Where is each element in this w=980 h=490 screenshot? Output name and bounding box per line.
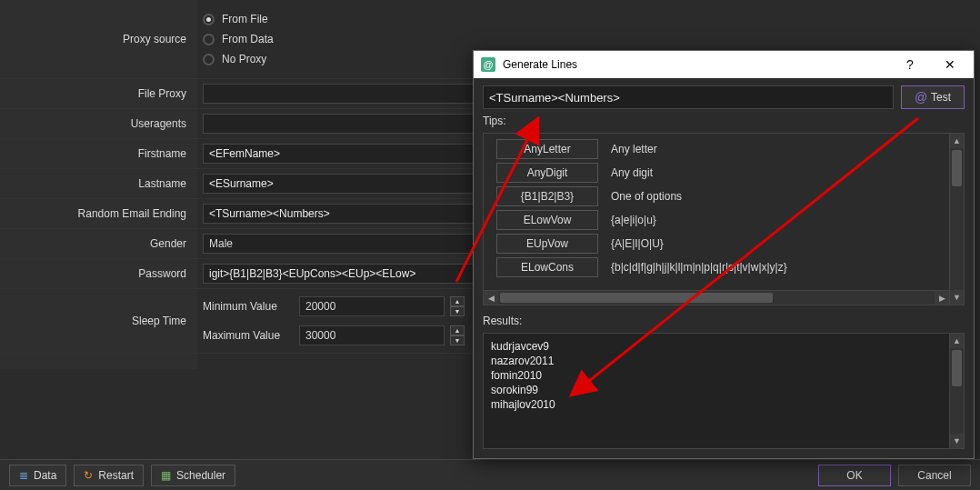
result-line: kudrjavcev9 [491,339,956,354]
results-label: Results: [483,315,965,327]
max-value-input[interactable]: 30000 [299,325,445,345]
radio-from-data[interactable]: From Data [203,33,274,45]
results-area: kudrjavcev9nazarov2011fomin2010sorokin99… [483,333,965,449]
max-stepper[interactable]: ▲▼ [450,325,465,345]
tips-area: AnyLetterAny letterAnyDigitAny digit{B1|… [483,133,965,305]
results-vertical-scrollbar[interactable]: ▲ ▼ [949,334,964,448]
scroll-left-icon[interactable]: ◀ [484,291,498,305]
bottom-toolbar: ≣Data ↻Restart ▦Scheduler OK Cancel [0,459,980,490]
min-value-input[interactable]: 20000 [299,296,445,316]
restart-icon: ↻ [84,469,93,482]
tip-chip[interactable]: {B1|B2|B3} [496,186,598,206]
label-lastname: Lastname [0,169,197,198]
close-button[interactable]: ✕ [934,52,966,77]
tip-row: ELowCons{b|c|d|f|g|h|j|k|l|m|n|p|q|r|s|t… [496,257,960,277]
cancel-button[interactable]: Cancel [898,465,971,486]
tip-row: AnyLetterAny letter [496,139,960,159]
tip-desc: {A|E|I|O|U} [611,237,664,250]
label-sleep-time: Sleep Time [0,289,197,353]
label-max-value: Maximum Value [203,329,294,342]
database-icon: ≣ [19,469,28,482]
result-line: mihajlov2010 [491,397,956,412]
restart-button[interactable]: ↻Restart [74,465,144,486]
test-button[interactable]: @Test [901,85,965,109]
tip-chip[interactable]: ELowVow [496,210,598,230]
label-random-email-ending: Random Email Ending [0,199,197,228]
label-proxy-source: Proxy source [0,0,197,78]
radio-no-proxy[interactable]: No Proxy [203,53,266,65]
radio-from-file[interactable]: From File [203,13,268,25]
tips-horizontal-scrollbar[interactable]: ◀ ▶ [484,290,949,305]
label-file-proxy: File Proxy [0,79,197,108]
calendar-icon: ▦ [161,469,171,482]
scheduler-button[interactable]: ▦Scheduler [151,465,235,486]
tip-chip[interactable]: AnyDigit [496,163,598,183]
tips-label: Tips: [483,115,965,127]
at-icon: @ [915,90,927,105]
expression-input[interactable] [483,85,894,109]
tip-chip[interactable]: ELowCons [496,257,598,277]
label-firstname: Firstname [0,139,197,168]
label-password: Password [0,259,197,288]
label-min-value: Minimum Value [203,300,294,313]
app-icon: @ [481,57,495,72]
tip-desc: Any letter [611,143,657,155]
tip-desc: {b|c|d|f|g|h|j|k|l|m|n|p|q|r|s|t|v|w|x|y… [611,261,787,274]
dialog-titlebar[interactable]: @ Generate Lines ? ✕ [474,51,974,78]
tip-chip[interactable]: EUpVow [496,234,598,254]
label-gender: Gender [0,229,197,258]
result-line: sorokin99 [491,383,956,397]
scroll-right-icon[interactable]: ▶ [935,291,949,305]
tip-row: EUpVow{A|E|I|O|U} [496,234,960,254]
tip-row: {B1|B2|B3}One of options [496,186,960,206]
scroll-down-icon[interactable]: ▼ [950,290,964,305]
tip-chip[interactable]: AnyLetter [496,139,598,159]
tip-row: ELowVow{a|e|i|o|u} [496,210,960,230]
tip-desc: Any digit [611,166,653,179]
tip-desc: One of options [611,190,682,203]
tips-vertical-scrollbar[interactable]: ▲ ▼ [949,134,964,305]
gender-value: Male [209,237,233,250]
result-line: fomin2010 [491,368,956,383]
tip-desc: {a|e|i|o|u} [611,214,656,226]
scroll-down-icon[interactable]: ▼ [950,434,964,448]
min-stepper[interactable]: ▲▼ [450,296,465,316]
dialog-title: Generate Lines [503,58,886,71]
generate-lines-dialog: @ Generate Lines ? ✕ @Test Tips: AnyLett… [473,50,975,459]
label-useragents: Useragents [0,109,197,138]
scroll-up-icon[interactable]: ▲ [950,334,964,348]
help-button[interactable]: ? [894,52,926,77]
data-button[interactable]: ≣Data [9,465,66,486]
ok-button[interactable]: OK [818,465,891,486]
tip-row: AnyDigitAny digit [496,163,960,183]
result-line: nazarov2011 [491,354,956,368]
scroll-up-icon[interactable]: ▲ [950,134,964,148]
